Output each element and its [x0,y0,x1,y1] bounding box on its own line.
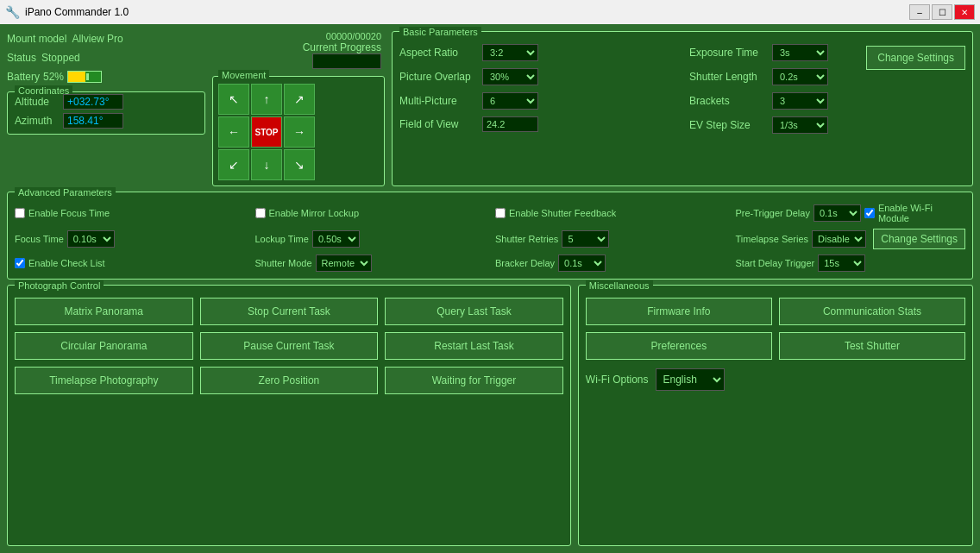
basic-params-box: Basic Parameters Aspect Ratio 3:24:316:9… [392,31,973,186]
movement-grid: ↖ ↑ ↗ ← STOP → ↙ ↓ ↘ [218,84,379,180]
ev-step-select[interactable]: 1/3s1/2s1s [772,116,828,134]
shutter-retries-select[interactable]: 123510 [562,230,609,248]
enable-mirror-checkbox[interactable] [255,208,266,218]
preferences-button[interactable]: Preferences [586,332,772,360]
maximize-button[interactable]: ☐ [932,4,952,20]
enable-checklist-checkbox[interactable] [15,258,25,268]
basic-params-grid: Aspect Ratio 3:24:316:9 Picture Overlap … [399,44,965,134]
enable-checklist-label[interactable]: Enable Check List [15,258,245,268]
battery-label: Battery [7,71,40,83]
azimuth-row: Azimuth 158.41° [15,113,198,129]
mount-model-row: Mount model Allview Pro [7,31,205,47]
lockup-time-row: Lockup Time 0.25s0.50s1.00s [255,230,486,248]
title-bar: 🔧 iPano Commander 1.0 – ☐ ✕ [0,0,980,24]
enable-focus-checkbox[interactable] [15,208,25,218]
enable-shutter-label[interactable]: Enable Shutter Feedback [495,208,726,218]
move-s-button[interactable]: ↓ [251,149,282,180]
progress-section: 00000/00020 Current Progress [212,31,385,69]
stop-current-task-button[interactable]: Stop Current Task [200,298,379,325]
window-controls: – ☐ ✕ [909,4,975,20]
exposure-time-label: Exposure Time [689,47,767,59]
status-row: Status Stopped [7,50,205,66]
picture-overlap-label: Picture Overlap [399,71,477,83]
timelapse-select[interactable]: DisableEnable [812,230,866,248]
picture-overlap-select[interactable]: 20%25%30%35% [482,68,538,85]
move-n-button[interactable]: ↑ [251,84,282,115]
start-delay-label: Start Delay Trigger [736,258,815,268]
enable-shutter-checkbox[interactable] [495,208,506,218]
lockup-time-label: Lockup Time [255,234,309,244]
progress-count: 00000/00020 [326,31,381,41]
focus-time-row: Focus Time 0.10s0.20s0.50s [15,230,245,248]
stop-button[interactable]: STOP [251,116,282,148]
battery-value: 52% [43,71,64,83]
bottom-section: Photograph Control Matrix Panorama Stop … [7,285,973,546]
multi-picture-label: Multi-Picture [399,95,477,107]
main-content: Mount model Allview Pro Status Stopped B… [0,24,980,553]
enable-wifi-checkbox[interactable] [864,208,875,218]
test-shutter-button[interactable]: Test Shutter [779,332,965,360]
brackets-row: Brackets 12357 [689,92,859,110]
right-panel: Basic Parameters Aspect Ratio 3:24:316:9… [392,31,973,186]
move-nw-button[interactable]: ↖ [218,84,249,115]
enable-wifi-label[interactable]: Enable Wi-Fi Module [864,203,965,223]
firmware-info-button[interactable]: Firmware Info [586,298,772,325]
multi-picture-select[interactable]: 123456 [482,92,538,110]
shutter-mode-row: Shutter Mode RemoteCableIR [255,255,486,272]
lockup-time-select[interactable]: 0.25s0.50s1.00s [312,230,360,248]
exposure-time-row: Exposure Time 1s2s3s4s5s [689,44,859,61]
zero-position-button[interactable]: Zero Position [200,367,379,394]
enable-mirror-label[interactable]: Enable Mirror Lockup [255,208,486,218]
circular-panorama-button[interactable]: Circular Panorama [15,332,193,360]
close-button[interactable]: ✕ [954,4,975,20]
communication-stats-button[interactable]: Communication Stats [779,298,965,325]
focus-time-select[interactable]: 0.10s0.20s0.50s [67,230,115,248]
status-label: Status [7,52,36,64]
pre-trigger-label: Pre-Trigger Delay [736,208,810,218]
aspect-ratio-row: Aspect Ratio 3:24:316:9 [399,44,675,61]
move-se-button[interactable]: ↘ [284,149,315,180]
aspect-ratio-select[interactable]: 3:24:316:9 [482,44,538,61]
pre-trigger-select[interactable]: 0.1s0.2s0.5s1s [814,204,861,222]
app-icon: 🔧 [5,5,20,19]
minimize-button[interactable]: – [909,4,930,20]
language-select[interactable]: English Deutsch Français Español [656,368,725,391]
start-delay-select[interactable]: 5s10s15s30s [818,255,865,272]
photograph-control-title: Photograph Control [15,280,104,291]
multi-picture-row: Multi-Picture 123456 [399,92,675,110]
restart-last-task-button[interactable]: Restart Last Task [385,332,563,360]
pause-current-task-button[interactable]: Pause Current Task [200,332,379,360]
altitude-value: +032.73° [63,94,123,110]
focus-time-label: Focus Time [15,234,64,244]
move-ne-button[interactable]: ↗ [284,84,315,115]
wifi-options-row: Wi-Fi Options English Deutsch Français E… [586,368,965,391]
exposure-time-select[interactable]: 1s2s3s4s5s [772,44,828,61]
mount-label: Mount model [7,33,66,45]
basic-params-title: Basic Parameters [399,27,481,37]
shutter-length-label: Shutter Length [689,71,767,83]
adv-change-settings-button[interactable]: Change Settings [873,229,965,249]
progress-bar [312,53,381,69]
basic-change-settings-button[interactable]: Change Settings [866,46,965,70]
miscellaneous-box: Miscellaneous Firmware Info Communicatio… [578,285,973,546]
bracket-delay-select[interactable]: 0.1s0.2s0.5s [558,255,606,272]
waiting-trigger-button[interactable]: Waiting for Trigger [385,367,563,394]
matrix-panorama-button[interactable]: Matrix Panorama [15,298,193,325]
enable-focus-label[interactable]: Enable Focus Time [15,208,245,218]
move-sw-button[interactable]: ↙ [218,149,249,180]
movement-box: Movement ↖ ↑ ↗ ← STOP → ↙ ↓ ↘ [212,76,385,186]
query-last-task-button[interactable]: Query Last Task [385,298,563,325]
brackets-select[interactable]: 12357 [772,92,828,110]
shutter-length-select[interactable]: 0.1s0.2s0.3s0.5s [772,68,828,85]
battery-fill [68,72,85,82]
battery-tip [86,73,89,80]
shutter-mode-select[interactable]: RemoteCableIR [316,255,372,272]
field-of-view-input[interactable] [482,116,538,132]
window-title: iPano Commander 1.0 [25,6,129,18]
move-w-button[interactable]: ← [218,116,249,148]
timelapse-photography-button[interactable]: Timelapse Photography [15,367,193,394]
movement-title: Movement [218,70,269,80]
move-e-button[interactable]: → [284,116,315,148]
center-panel: 00000/00020 Current Progress Movement ↖ … [212,31,385,186]
field-of-view-label: Field of View [399,118,477,130]
